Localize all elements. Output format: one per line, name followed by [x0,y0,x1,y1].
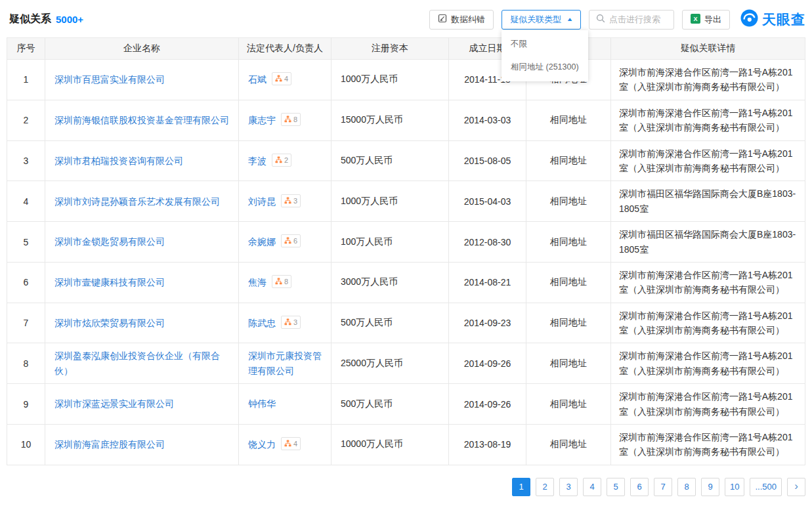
company-link[interactable]: 深圳市炫欣荣贸易有限公司 [54,318,165,328]
page-button[interactable]: 7 [654,478,672,496]
row-index: 1 [7,60,45,100]
org-chart-icon [284,317,291,328]
rep-company-count: 2 [284,156,288,164]
row-index: 2 [7,100,45,140]
table-row: 9 深圳市深蓝远景实业有限公司 钟伟华 500万人民币 2014-09-26 相… [7,384,805,425]
company-link[interactable]: 深圳市壹键康科技有限公司 [54,277,165,287]
table-row: 4 深圳市刘诗昆孙颖音乐艺术发展有限公司 刘诗昆3 1000万人民币 2015-… [7,181,805,222]
relation-type: 相同地址 [526,303,611,343]
page-button[interactable]: ...500 [750,478,782,496]
relation-detail: 深圳市福田区福华路国际商会大厦B座1803-1805室 [611,181,805,222]
representative-link[interactable]: 钟伟华 [248,398,276,409]
relations-table-wrap: 序号企业名称法定代表人/负责人注册资本成立日期疑似关联详情 1 深圳市百思富实业… [0,37,812,465]
company-link[interactable]: 深圳前海银信联股权投资基金管理有限公司 [54,115,229,125]
rep-company-count: 3 [293,197,297,205]
org-chart-icon [284,236,291,246]
registered-capital: 100万人民币 [331,222,449,263]
table-row: 7 深圳市炫欣荣贸易有限公司 陈武忠3 500万人民币 2014-09-23 相… [7,303,805,343]
registered-capital: 3000万人民币 [331,262,449,303]
established-date: 2013-08-19 [449,425,526,465]
representative-link[interactable]: 陈武忠 [248,318,276,328]
data-correction-button[interactable]: 数据纠错 [429,10,494,30]
relation-type: 相同地址 [526,181,611,222]
established-date: 2015-08-05 [449,140,526,181]
rep-count-badge[interactable]: 3 [281,316,301,329]
relation-type: 相同地址 [526,343,611,384]
company-link[interactable]: 深圳市刘诗昆孙颖音乐艺术发展有限公司 [54,196,220,207]
tianyancha-logo[interactable]: 天眼查 [740,9,805,30]
rep-count-badge[interactable]: 2 [272,154,291,167]
representative-link[interactable]: 焦海 [248,277,267,287]
relation-detail: 深圳市前海深港合作区前湾一路1号A栋201室（入驻深圳市前海商务秘书有限公司） [611,100,805,140]
representative-link[interactable]: 余婉娜 [248,236,276,247]
table-row: 2 深圳前海银信联股权投资基金管理有限公司 康志宇8 15000万人民币 201… [7,100,805,140]
caret-up-icon: ▲ [566,16,573,22]
company-link[interactable]: 深圳市深蓝远景实业有限公司 [54,398,174,409]
excel-icon: X [691,14,700,26]
relation-detail: 深圳市前海深港合作区前湾一路1号A栋201室（入驻深圳市前海商务秘书有限公司） [611,343,805,384]
representative-link[interactable]: 刘诗昆 [248,196,276,207]
company-link[interactable]: 深圳市君柏瑞投资咨询有限公司 [54,156,183,166]
data-correction-label: 数据纠错 [451,14,485,26]
page-button[interactable]: 9 [701,478,719,496]
page-button[interactable]: 2 [536,478,554,496]
relation-type: 相同地址 [526,384,611,425]
column-header: 序号 [7,38,45,60]
page-button[interactable]: 5 [607,478,625,496]
rep-count-badge[interactable]: 6 [281,234,301,247]
representative-link[interactable]: 深圳市元康投资管理有限公司 [248,350,322,375]
column-header: 疑似关联详情 [611,38,805,60]
rep-count-badge[interactable]: 3 [281,194,301,207]
page-button[interactable]: 3 [559,478,578,496]
dropdown-item[interactable]: 相同地址 (251300) [502,56,588,79]
column-header: 企业名称 [45,38,239,60]
table-row: 1 深圳市百思富实业有限公司 石斌4 1000万人民币 2014-11-18 相… [7,60,805,100]
rep-count-badge[interactable]: 8 [272,275,291,288]
table-body: 1 深圳市百思富实业有限公司 石斌4 1000万人民币 2014-11-18 相… [7,60,805,465]
page-button[interactable]: 10 [725,478,744,496]
relation-detail: 深圳市前海深港合作区前湾一路1号A栋201室（入驻深圳市前海商务秘书有限公司） [611,425,805,465]
topbar: 疑似关系 5000+ 数据纠错 疑似关联类型 ▲ 不限相同地址 (251300) [0,0,812,37]
representative-link[interactable]: 康志宇 [248,115,276,125]
established-date: 2014-03-03 [449,100,526,140]
company-link[interactable]: 深圳前海富庶控股有限公司 [54,439,165,450]
page-button[interactable]: 6 [630,478,649,496]
svg-text:X: X [693,16,697,22]
rep-count-badge[interactable]: 8 [281,113,301,126]
company-link[interactable]: 深圳市百思富实业有限公司 [54,74,165,85]
brand-eye-icon [740,9,758,30]
page-button[interactable]: 1 [512,478,530,496]
table-row: 6 深圳市壹键康科技有限公司 焦海8 3000万人民币 2014-08-21 相… [7,262,805,303]
rep-count-badge[interactable]: 4 [281,437,301,450]
established-date: 2014-09-26 [449,384,526,425]
row-index: 9 [7,384,45,425]
relation-type: 相同地址 [526,262,611,303]
search-input[interactable] [609,14,667,24]
representative-link[interactable]: 饶义力 [248,439,276,450]
export-label: 导出 [704,14,721,26]
row-index: 10 [7,425,45,465]
representative-link[interactable]: 李波 [248,156,267,166]
company-link[interactable]: 深圳市金锁匙贸易有限公司 [54,236,165,247]
export-button[interactable]: X 导出 [682,10,730,30]
established-date: 2015-04-03 [449,181,526,222]
relation-detail: 深圳市前海深港合作区前湾一路1号A栋201室（入驻深圳市前海商务秘书有限公司） [611,303,805,343]
registered-capital: 1000万人民币 [331,60,449,100]
next-page-button[interactable]: › [787,478,805,496]
rep-count-badge[interactable]: 4 [272,72,291,85]
brand-name: 天眼查 [762,11,805,29]
page-button[interactable]: 8 [677,478,696,496]
relation-detail: 深圳市前海深港合作区前湾一路1号A栋201室（入驻深圳市前海商务秘书有限公司） [611,60,805,100]
relation-type-dropdown: 不限相同地址 (251300) [502,30,588,81]
registered-capital: 15000万人民币 [331,100,449,140]
page-button[interactable]: 4 [583,478,601,496]
table-row: 3 深圳市君柏瑞投资咨询有限公司 李波2 500万人民币 2015-08-05 … [7,140,805,181]
relation-detail: 深圳市前海深港合作区前湾一路1号A栋201室（入驻深圳市前海商务秘书有限公司） [611,140,805,181]
dropdown-item[interactable]: 不限 [502,33,588,56]
established-date: 2014-08-21 [449,262,526,303]
relation-type-button[interactable]: 疑似关联类型 ▲ [502,10,581,30]
representative-link[interactable]: 石斌 [248,74,267,85]
row-index: 8 [7,343,45,384]
established-date: 2014-09-23 [449,303,526,343]
company-link[interactable]: 深圳盈泰泓康创业投资合伙企业（有限合伙） [54,350,220,375]
